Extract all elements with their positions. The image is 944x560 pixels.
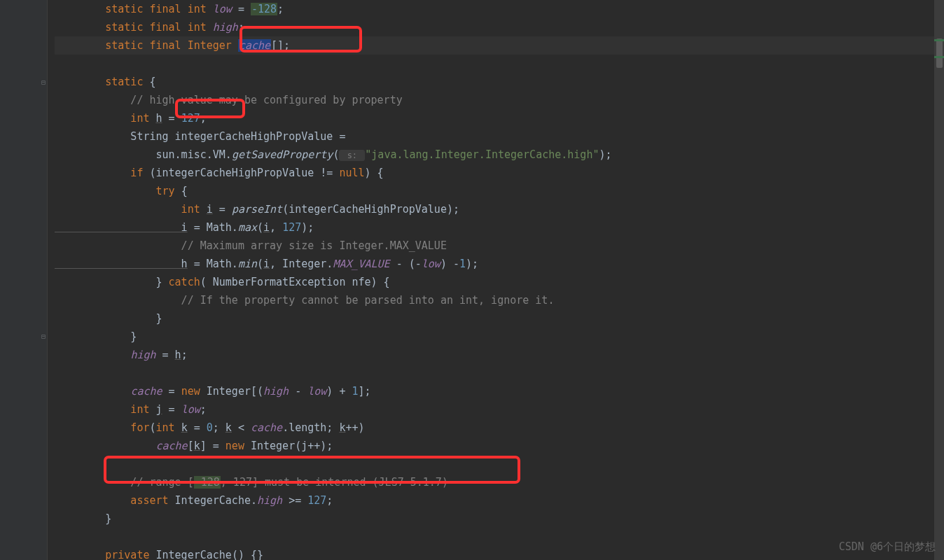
code-line[interactable]: cache[k] = new Integer(j++); [55,437,944,455]
code-line[interactable]: // high value may be configured by prope… [55,91,944,109]
watermark: CSDN @6个日的梦想 [839,538,936,556]
code-line[interactable]: } [55,510,944,528]
code-line[interactable]: sun.misc.VM.getSavedProperty( s: "java.l… [55,146,944,164]
code-line[interactable] [55,455,944,473]
fold-icon[interactable]: ⊟ [41,74,46,92]
fold-icon[interactable]: ⊟ [41,328,46,346]
code-line[interactable] [55,364,944,382]
code-line[interactable]: cache = new Integer[(high - low) + 1]; [55,382,944,400]
code-line[interactable]: high = h; [55,346,944,364]
code-line[interactable]: i = Math.max(i, 127); [55,218,944,237]
code-line[interactable]: // Maximum array size is Integer.MAX_VAL… [55,237,944,255]
code-line[interactable] [55,528,944,546]
code-line[interactable]: // range [-128, 127] must be interned (J… [55,473,944,491]
code-line[interactable]: static { [55,73,944,91]
code-line[interactable]: // If the property cannot be parsed into… [55,291,944,309]
gutter: ⊟ ⊟ [0,0,48,560]
code-line[interactable]: int j = low; [55,400,944,419]
scrollbar[interactable] [934,0,944,560]
code-line[interactable]: try { [55,182,944,200]
code-line[interactable]: } catch( NumberFormatException nfe) { [55,273,944,291]
code-line[interactable]: static final int high; [55,18,944,36]
code-line[interactable] [55,55,944,73]
code-line[interactable]: } [55,309,944,328]
code-line[interactable]: for(int k = 0; k < cache.length; k++) [55,419,944,437]
code-line[interactable]: private IntegerCache() {} [55,546,944,560]
code-line[interactable]: } [55,328,944,346]
code-editor: ⊟ ⊟ static final int low = -128; static … [0,0,944,560]
code-line[interactable]: h = Math.min(i, Integer.MAX_VALUE - (-lo… [55,255,944,273]
code-line[interactable]: static final int low = -128; [55,0,944,18]
param-hint: s: [339,150,365,161]
code-line[interactable]: String integerCacheHighPropValue = [55,127,944,146]
scroll-thumb[interactable] [936,38,943,68]
code-line[interactable]: if (integerCacheHighPropValue != null) { [55,164,944,182]
code-line[interactable]: assert IntegerCache.high >= 127; [55,491,944,510]
code-line[interactable]: static final Integer cache[]; [55,36,944,55]
scroll-marker [934,56,944,58]
code-area[interactable]: static final int low = -128; static fina… [48,0,944,560]
scroll-marker [934,39,944,41]
code-line[interactable]: int h = 127; [55,109,944,127]
code-line[interactable]: int i = parseInt(integerCacheHighPropVal… [55,200,944,218]
